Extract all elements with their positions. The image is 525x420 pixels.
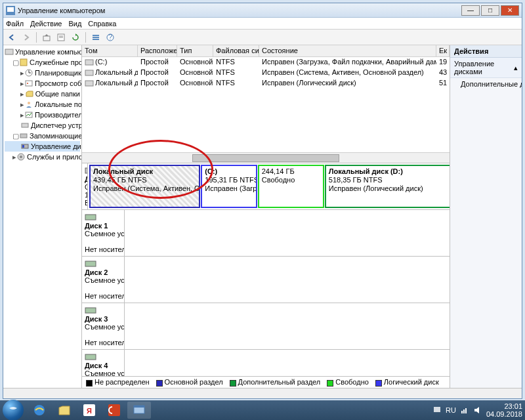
taskbar-ie[interactable] [28,402,51,419]
col-volume[interactable]: Том [82,45,138,56]
svg-rect-1 [7,7,14,12]
removable-icon [85,259,96,268]
menu-help[interactable]: Справка [88,20,116,28]
system-tray[interactable]: RU 23:0104.09.2018 [432,402,522,418]
taskbar-yandex[interactable]: Я [77,402,101,419]
tray-flag-icon[interactable] [432,406,442,415]
taskbar-explorer[interactable] [52,402,76,419]
taskbar[interactable]: Я RU 23:0104.09.2018 [0,400,525,420]
partitions: Локальный диск 439,45 ГБ NTFS Исправен (… [88,163,450,209]
col-extra[interactable]: Ек [436,45,450,56]
svg-rect-33 [85,354,96,360]
tray-clock[interactable]: 23:0104.09.2018 [486,402,522,418]
volume-row[interactable]: (C:) ПростойОсновнойNTFSИсправен (Загруз… [82,57,450,68]
svg-rect-6 [93,35,99,36]
titlebar[interactable]: Управление компьютером — □ ✕ [3,3,522,18]
col-filesystem[interactable]: Файловая система [213,45,259,56]
svg-rect-12 [20,59,27,66]
properties-button[interactable] [55,32,67,43]
col-type[interactable]: Тип [177,45,213,56]
col-layout[interactable]: Расположение [138,45,177,56]
tree-storage[interactable]: ▢Запоминающие устройс [5,131,80,141]
close-button[interactable]: ✕ [501,5,519,16]
partition-d[interactable]: Локальный диск (D:) 518,35 ГБ NTFS Испра… [325,165,450,208]
svg-rect-26 [85,60,93,65]
partition-system[interactable]: Локальный диск 439,45 ГБ NTFS Исправен (… [89,165,200,208]
svg-rect-7 [93,37,99,38]
svg-point-25 [20,156,22,158]
disk-row[interactable]: Диск 3Съемное устроНет носителя [82,303,450,350]
actions-more[interactable]: Дополнительные дей... ▸ [450,78,522,91]
menu-view[interactable]: Вид [68,20,81,28]
actions-pane: Действия Управление дисками▴ Дополнитель… [450,45,522,388]
disk-info: Диск 0 Основной 1397,26 ГБ В сети [82,163,88,209]
svg-rect-8 [93,39,99,40]
col-status[interactable]: Состояние [259,45,436,56]
tray-lang[interactable]: RU [446,406,456,414]
volume-icon [85,79,94,87]
svg-text:Я: Я [87,407,92,415]
tree-local-users[interactable]: ▸Локальные пользоват [5,99,80,110]
volume-row[interactable]: Локальный диск ПростойОсновнойNTFSИсправ… [82,68,450,78]
disk-row[interactable]: Диск 4Съемное устроНет носителя [82,350,450,376]
taskbar-compmgmt[interactable] [127,402,151,419]
volume-list: Том Расположение Тип Файловая система Со… [82,45,450,163]
menubar: Файл Действие Вид Справка [3,18,522,30]
removable-icon [85,306,96,315]
disk-row[interactable]: Диск 2Съемное устроНет носителя [82,257,450,303]
up-button[interactable] [41,32,52,43]
graphical-view: Диск 0 Основной 1397,26 ГБ В сети Локаль… [82,163,450,376]
tree-device-manager[interactable]: Диспетчер устройств [5,120,80,131]
svg-rect-28 [85,81,93,86]
menu-file[interactable]: Файл [6,20,24,28]
svg-text:?: ? [108,33,112,41]
hscroll[interactable] [82,152,450,163]
svg-point-18 [28,102,30,104]
tree-hscroll[interactable] [3,388,522,398]
partition-c[interactable]: (C:) 195,31 ГБ NTFS Исправен (Загрузка, … [201,165,257,208]
navigation-tree[interactable]: Управление компьютером (л ▢Служебные про… [3,45,82,388]
back-button[interactable] [6,32,18,43]
volume-icon [85,58,94,66]
start-button[interactable] [3,400,24,420]
svg-rect-41 [434,407,440,412]
maximize-button[interactable]: □ [481,5,499,16]
svg-rect-42 [461,411,463,413]
scroll-thumb[interactable] [192,154,339,162]
tree-services[interactable]: ▸Службы и приложения [5,152,80,162]
svg-rect-21 [20,134,27,138]
svg-rect-31 [85,261,96,266]
app-icon [6,6,15,15]
tree-event-viewer[interactable]: ▸Просмотр событий [5,78,80,89]
actions-header: Действия [450,45,522,58]
disk-row[interactable]: Диск 0 Основной 1397,26 ГБ В сети Локаль… [82,163,450,210]
volume-row[interactable]: Локальный диск (D:) ПростойОсновнойNTFSИ… [82,78,450,89]
svg-rect-40 [134,406,144,408]
volume-header[interactable]: Том Расположение Тип Файловая система Со… [82,45,450,57]
svg-point-34 [8,405,18,415]
tree-disk-management[interactable]: Управление дисками [5,141,80,152]
window-title: Управление компьютером [18,7,105,14]
svg-rect-16 [26,81,32,86]
refresh-button[interactable] [70,32,81,43]
forward-button[interactable] [20,32,32,43]
tree-system-tools[interactable]: ▢Служебные программы [5,57,80,68]
volume-icon [85,69,94,77]
tree-root[interactable]: Управление компьютером (л [5,47,80,57]
tray-network-icon[interactable] [460,406,469,415]
tray-sound-icon[interactable] [473,406,482,415]
svg-rect-23 [22,145,24,148]
view-list-button[interactable] [90,32,102,43]
tree-task-scheduler[interactable]: ▸Планировщик заданий [5,68,80,78]
tree-shared-folders[interactable]: ▸Общие папки [5,89,80,99]
legend: Не распределен Основной раздел Дополните… [82,376,450,388]
menu-action[interactable]: Действие [30,20,62,28]
taskbar-ccleaner[interactable] [102,402,126,419]
help-button[interactable]: ? [104,32,116,43]
partition-free[interactable]: 244,14 ГБ Свободно [258,165,324,208]
actions-subheader[interactable]: Управление дисками▴ [450,58,522,78]
tree-performance[interactable]: ▸Производительность [5,110,80,120]
disk-row[interactable]: Диск 1Съемное устроНет носителя [82,210,450,257]
minimize-button[interactable]: — [461,5,480,16]
svg-rect-2 [43,36,50,41]
